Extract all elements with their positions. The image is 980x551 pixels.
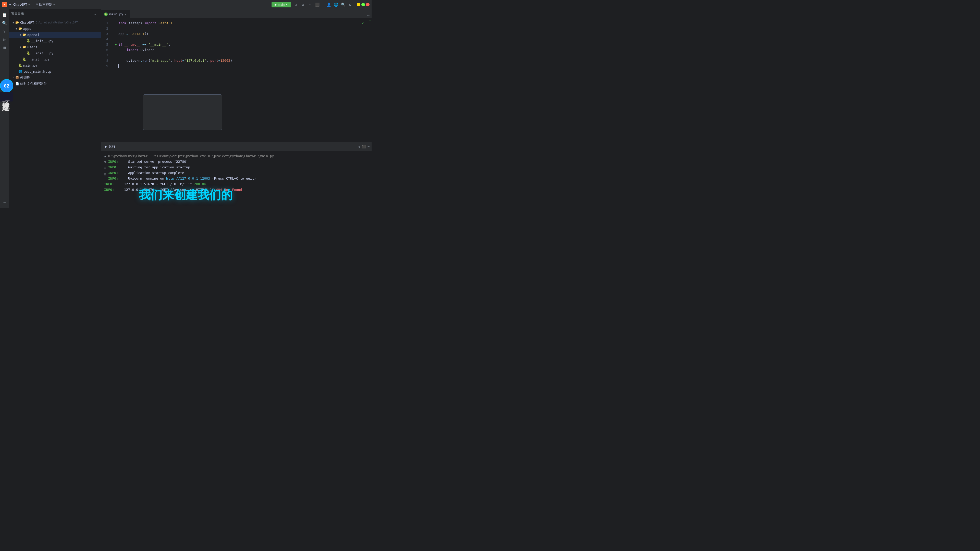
tree-users[interactable]: ▼ 📂 users	[9, 44, 101, 50]
run-button-label: main	[278, 3, 285, 6]
minimize-button[interactable]	[357, 3, 360, 6]
sidebar-actions: ⌄	[92, 10, 99, 17]
chevron-right-icon: ›	[11, 76, 15, 79]
app-name[interactable]: ChatGPT ▼	[13, 3, 30, 6]
run-tab-icon: ▶	[105, 144, 107, 148]
sidebar-chevron-icon[interactable]: ⌄	[92, 10, 99, 17]
tab-label: main.py	[109, 12, 123, 16]
autocomplete-popup	[143, 94, 222, 130]
tree-test-http[interactable]: › 🌐 test_main.http	[9, 68, 101, 75]
tree-external-libs-label: 外部库	[20, 75, 30, 80]
app-logo: ▶	[2, 2, 7, 7]
titlebar-right: ▶ main ▼ ↺ ⚙ ⋯ ⬛ 👤 🌐 🔍 ⚙	[272, 2, 369, 7]
tree-main-py[interactable]: › 🐍 main.py	[9, 62, 101, 68]
vertical-text-chars: 环境搭建	[2, 95, 10, 99]
tree-temp-files[interactable]: › 📄 临时文件和控制台	[9, 81, 101, 87]
tree-users-init-label: __init__.py	[32, 51, 53, 55]
debug-icon[interactable]: ▷	[1, 36, 8, 43]
folder-open-icon: 📂	[18, 27, 22, 30]
tree-users-init[interactable]: › 🐍 __init__.py	[9, 50, 101, 56]
badge-number: 02	[4, 83, 10, 89]
code-line-1: from fastapi import FastAPI	[113, 21, 368, 26]
version-control[interactable]: ⑂ 版本控制 ▼	[36, 2, 55, 7]
search-sidebar-icon[interactable]: 🔍	[1, 19, 8, 27]
gutter-mark	[369, 20, 371, 21]
tree-external-libs[interactable]: › 📦 外部库	[9, 75, 101, 81]
tab-bar: 🐍 main.py × ⋯	[101, 9, 372, 18]
tree-root-chatgpt[interactable]: ▼ 📂 ChatGPT D:\project\Python\ChatGPT	[9, 19, 101, 25]
git-icon: ⑂	[36, 3, 38, 6]
tree-temp-files-label: 临时文件和控制台	[20, 81, 47, 86]
chevron-down-icon: ▼	[18, 33, 22, 36]
tab-close-icon[interactable]: ×	[125, 13, 127, 16]
log-line-4: INFO: Uvicorn running on http://127.0.0.…	[104, 176, 369, 181]
search-icon[interactable]: 🔍	[340, 2, 345, 7]
tree-apps[interactable]: ▼ 📂 apps	[9, 25, 101, 32]
run-gutter-5[interactable]: ▶	[113, 42, 118, 47]
code-line-4	[113, 37, 368, 42]
run-tab[interactable]: ▶ 运行	[103, 143, 118, 150]
chevron-down-icon: ▼	[14, 27, 18, 30]
terminal-stop-icon[interactable]: ⬛	[362, 144, 366, 148]
python-file-icon: 🐍	[18, 64, 22, 67]
maximize-button[interactable]	[361, 3, 365, 6]
extensions-icon[interactable]: ⊞	[1, 44, 8, 51]
log-line-3: INFO: Application startup complete.	[104, 170, 369, 176]
run-tab-label: 运行	[109, 144, 115, 149]
more-tools-icon[interactable]: ⋯	[1, 199, 8, 206]
editor-split: 1 2 3 4 5 6 7 8 9 ✓ from fastapi import …	[101, 18, 372, 208]
tab-more-icon[interactable]: ⋯	[367, 13, 369, 18]
tree-apps-init[interactable]: › 🐍 __init__.py	[9, 56, 101, 62]
scroll-all-icon[interactable]: ≡	[104, 165, 106, 171]
run-arrow-icon: ▶	[275, 3, 277, 6]
code-editor[interactable]: 1 2 3 4 5 6 7 8 9 ✓ from fastapi import …	[101, 18, 372, 142]
tab-actions: ⋯	[367, 13, 372, 18]
config-icon[interactable]: ⚙	[348, 2, 353, 7]
server-url-link[interactable]: http://127.0.0.1:12003	[166, 176, 210, 180]
run-line-icon[interactable]: ▶	[115, 42, 117, 47]
terminal-scroll: ▲ ▼ ≡ ⊟	[104, 153, 106, 177]
scroll-up-icon[interactable]: ▲	[104, 153, 106, 159]
folder-open-icon: 📂	[15, 21, 19, 24]
stop-icon[interactable]: ⬛	[315, 2, 320, 7]
terminal-command-line: D:\pythonEnvs\ChatGPT-IYJ1Poum\Scripts\p…	[104, 153, 369, 159]
tab-main-py[interactable]: 🐍 main.py ×	[101, 10, 130, 18]
terminal-refresh-icon[interactable]: ↺	[358, 144, 360, 148]
source-control-icon[interactable]: ⑂	[1, 27, 8, 35]
scroll-down-icon[interactable]: ▼	[104, 159, 106, 165]
temp-folder-icon: 📄	[15, 82, 19, 86]
scrollbar-gutter	[368, 18, 372, 142]
explorer-icon[interactable]: 📋	[1, 11, 8, 18]
badge-02: 02	[0, 79, 13, 92]
log-label-6: INFO:	[104, 188, 122, 192]
close-button[interactable]	[366, 3, 369, 6]
account-icon[interactable]: 👤	[326, 2, 331, 7]
folder-open-icon: 📂	[22, 33, 26, 37]
main-layout: 📋 🔍 ⑂ ▷ ⊞ ⋯ 项目目录 ⌄ ▼ 📂 ChatGPT D:\projec…	[0, 9, 372, 208]
terminal-log-area: D:\pythonEnvs\ChatGPT-IYJ1Poum\Scripts\p…	[104, 153, 369, 192]
settings-gear-icon[interactable]: ⚙	[301, 2, 305, 7]
python-tab-icon: 🐍	[104, 13, 108, 16]
tree-openai-init-label: __init__.py	[32, 39, 53, 43]
log-label-1: INFO:	[108, 160, 126, 164]
tree-root-label: ChatGPT	[20, 21, 34, 24]
activity-bar: 📋 🔍 ⑂ ▷ ⊞ ⋯	[0, 9, 9, 208]
code-line-8: uvicorn.run("main:app", host="127.0.0.1"…	[113, 58, 368, 63]
sidebar: 项目目录 ⌄ ▼ 📂 ChatGPT D:\project\Python\Cha…	[9, 9, 101, 208]
chevron-down-icon: ▼	[18, 46, 22, 48]
sync-icon[interactable]: ↺	[293, 2, 298, 7]
http-file-icon: 🌐	[18, 70, 22, 73]
menu-button[interactable]: ≡	[9, 3, 11, 6]
run-button[interactable]: ▶ main ▼	[272, 2, 291, 7]
app-name-label: ChatGPT	[13, 3, 27, 6]
tree-apps-label: apps	[23, 27, 31, 30]
more-options-icon[interactable]: ⋯	[307, 2, 313, 7]
version-chevron-icon: ▼	[53, 3, 55, 6]
tree-openai[interactable]: ▼ 📂 openai	[9, 32, 101, 38]
terminal-more-icon[interactable]: ⋯	[368, 144, 369, 148]
scroll-filter-icon[interactable]: ⊟	[104, 171, 106, 177]
translate-icon[interactable]: 🌐	[333, 2, 339, 7]
code-line-3: app = FastAPI()	[113, 31, 368, 37]
tree-openai-init[interactable]: › 🐍 __init__.py	[9, 38, 101, 44]
lib-folder-icon: 📦	[15, 76, 19, 79]
